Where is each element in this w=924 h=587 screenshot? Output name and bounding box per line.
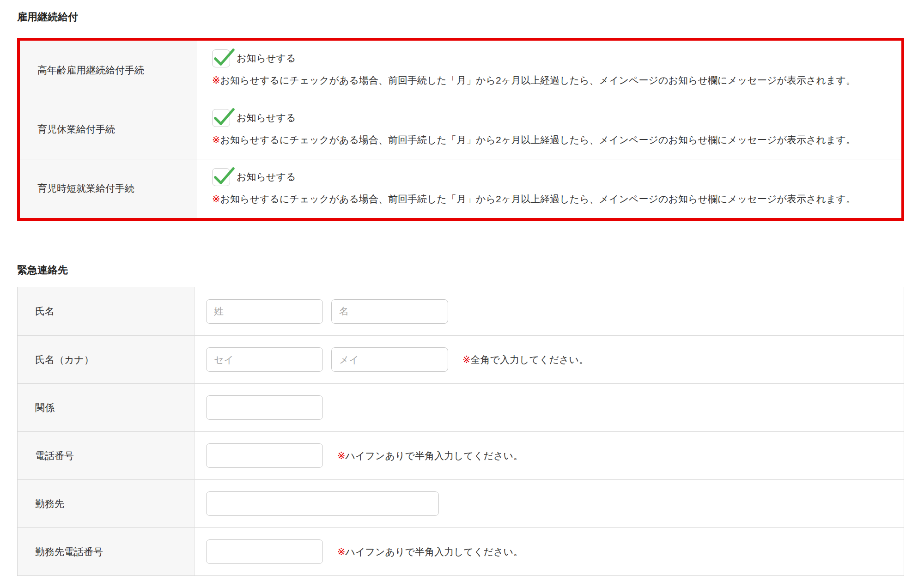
benefits-row-content: お知らせする ※お知らせするにチェックがある場合、前回手続した「月」から2ヶ月以… <box>197 41 901 100</box>
first-name-input[interactable] <box>331 299 448 324</box>
contact-row-content <box>195 384 904 431</box>
note-marker-icon: ※ <box>212 75 220 85</box>
relationship-input[interactable] <box>206 395 323 420</box>
notify-note: ※お知らせするにチェックがある場合、前回手続した「月」から2ヶ月以上経過したら、… <box>212 133 890 147</box>
note-marker-icon: ※ <box>212 134 220 145</box>
contact-row-content <box>195 480 904 527</box>
notify-checkbox-label: お知らせする <box>237 52 296 65</box>
contact-row-workplace-phone: 勤務先電話番号 ※ハイフンありで半角入力してください。 <box>18 527 904 575</box>
contact-row-relationship: 関係 <box>18 383 904 431</box>
notify-note: ※お知らせするにチェックがある場合、前回手続した「月」から2ヶ月以上経過したら、… <box>212 192 890 206</box>
phone-input[interactable] <box>206 443 323 468</box>
row-label-workplace: 勤務先 <box>18 480 195 527</box>
input-note: ※全角で入力してください。 <box>462 353 589 366</box>
note-text: お知らせするにチェックがある場合、前回手続した「月」から2ヶ月以上経過したら、メ… <box>220 194 856 204</box>
note-text: お知らせするにチェックがある場合、前回手続した「月」から2ヶ月以上経過したら、メ… <box>220 75 856 85</box>
benefits-row: 育児休業給付手続 お知らせする ※お知らせするにチェックがある場合、前回手続した… <box>20 100 901 159</box>
section-title-employment-benefits: 雇用継続給付 <box>17 11 904 24</box>
note-text: 全角で入力してください。 <box>471 354 589 365</box>
notify-checkbox-line: お知らせする <box>212 49 890 67</box>
contact-row-phone: 電話番号 ※ハイフンありで半角入力してください。 <box>18 431 904 479</box>
input-note: ※ハイフンありで半角入力してください。 <box>337 545 523 558</box>
note-text: ハイフンありで半角入力してください。 <box>346 546 523 557</box>
row-label-name: 氏名 <box>18 287 195 335</box>
input-note: ※ハイフンありで半角入力してください。 <box>337 449 523 462</box>
contact-row-workplace: 勤務先 <box>18 479 904 527</box>
benefits-row: 高年齢雇用継続給付手続 お知らせする ※お知らせするにチェックがある場合、前回手… <box>20 41 901 100</box>
notify-checkbox-line: お知らせする <box>212 168 890 186</box>
workplace-input[interactable] <box>206 491 439 516</box>
note-marker-icon: ※ <box>462 354 471 365</box>
row-label-ikuji-kyugyo: 育児休業給付手続 <box>20 100 197 159</box>
row-label-ikuji-jitan: 育児時短就業給付手続 <box>20 159 197 218</box>
contact-row-name: 氏名 <box>18 287 904 335</box>
contact-row-content: ※ハイフンありで半角入力してください。 <box>195 528 904 575</box>
note-text: お知らせするにチェックがある場合、前回手続した「月」から2ヶ月以上経過したら、メ… <box>220 134 856 145</box>
emergency-contact-table: 氏名 氏名（カナ） ※全角で入力してください。 関係 電話番号 <box>17 287 904 576</box>
row-label-workplace-phone: 勤務先電話番号 <box>18 528 195 575</box>
notify-checkbox[interactable] <box>212 49 230 67</box>
last-name-kana-input[interactable] <box>206 347 323 372</box>
contact-row-name-kana: 氏名（カナ） ※全角で入力してください。 <box>18 335 904 383</box>
section-title-emergency-contact: 緊急連絡先 <box>17 264 904 277</box>
row-label-kounenrei: 高年齢雇用継続給付手続 <box>20 41 197 100</box>
contact-row-content: ※全角で入力してください。 <box>195 336 904 383</box>
benefits-row: 育児時短就業給付手続 お知らせする ※お知らせするにチェックがある場合、前回手続… <box>20 159 901 218</box>
last-name-input[interactable] <box>206 299 323 324</box>
contact-row-content: ※ハイフンありで半角入力してください。 <box>195 432 904 479</box>
note-marker-icon: ※ <box>337 450 346 461</box>
row-label-phone: 電話番号 <box>18 432 195 479</box>
form-page: 雇用継続給付 高年齢雇用継続給付手続 お知らせする ※お知らせするにチェックがあ… <box>0 0 924 576</box>
notify-checkbox[interactable] <box>212 168 230 186</box>
notify-note: ※お知らせするにチェックがある場合、前回手続した「月」から2ヶ月以上経過したら、… <box>212 73 890 87</box>
notify-checkbox-label: お知らせする <box>237 170 296 183</box>
benefits-row-content: お知らせする ※お知らせするにチェックがある場合、前回手続した「月」から2ヶ月以… <box>197 159 901 218</box>
notify-checkbox-label: お知らせする <box>237 111 296 124</box>
notify-checkbox[interactable] <box>212 109 230 127</box>
row-label-name-kana: 氏名（カナ） <box>18 336 195 383</box>
employment-benefits-highlight-table: 高年齢雇用継続給付手続 お知らせする ※お知らせするにチェックがある場合、前回手… <box>17 38 904 221</box>
note-text: ハイフンありで半角入力してください。 <box>346 450 523 461</box>
first-name-kana-input[interactable] <box>331 347 448 372</box>
row-label-relationship: 関係 <box>18 384 195 431</box>
workplace-phone-input[interactable] <box>206 539 323 564</box>
contact-row-content <box>195 287 904 335</box>
note-marker-icon: ※ <box>337 546 346 557</box>
benefits-row-content: お知らせする ※お知らせするにチェックがある場合、前回手続した「月」から2ヶ月以… <box>197 100 901 159</box>
notify-checkbox-line: お知らせする <box>212 109 890 127</box>
note-marker-icon: ※ <box>212 194 220 204</box>
